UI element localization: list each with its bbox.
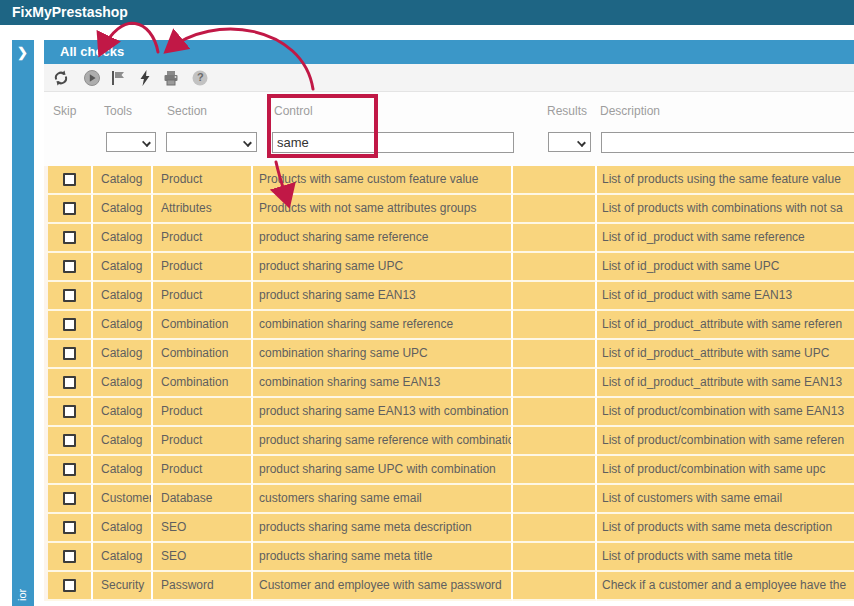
table-row: CatalogProductproduct sharing same refer…: [44, 224, 854, 253]
all-checks-panel: All checks: [44, 40, 854, 606]
skip-checkbox[interactable]: [63, 521, 76, 534]
section-cell: SEO: [153, 514, 253, 543]
tools-cell: Catalog: [93, 253, 153, 282]
tools-cell: Catalog: [93, 398, 153, 427]
description-filter-input[interactable]: [601, 132, 854, 153]
skip-cell: [44, 224, 93, 253]
skip-checkbox[interactable]: [63, 289, 76, 302]
sidebar-vertical-text: ior: [16, 589, 28, 601]
results-filter-select[interactable]: [548, 132, 591, 152]
app-title: FixMyPrestashop: [12, 4, 128, 20]
skip-cell: [44, 311, 93, 340]
table-row: CatalogProductproduct sharing same UPCLi…: [44, 253, 854, 282]
skip-checkbox[interactable]: [63, 492, 76, 505]
section-cell: Attributes: [153, 195, 253, 224]
skip-checkbox[interactable]: [63, 579, 76, 592]
table-header: Skip Tools Section Control Results Descr…: [44, 92, 854, 166]
description-cell: List of id_product_attribute with same r…: [597, 311, 854, 340]
skip-cell: [44, 514, 93, 543]
tools-cell: Catalog: [93, 166, 153, 195]
description-cell: List of products with same meta descript…: [597, 514, 854, 543]
section-cell: Product: [153, 166, 253, 195]
control-cell: Products with not same attributes groups: [253, 195, 513, 224]
results-cell: [513, 311, 597, 340]
refresh-icon[interactable]: [52, 69, 70, 87]
tools-cell: Catalog: [93, 514, 153, 543]
skip-cell: [44, 253, 93, 282]
section-cell: Database: [153, 485, 253, 514]
skip-checkbox[interactable]: [63, 347, 76, 360]
app-title-bar: FixMyPrestashop: [0, 0, 854, 25]
results-cell: [513, 369, 597, 398]
tools-cell: Catalog: [93, 224, 153, 253]
table-row: CatalogProductproduct sharing same EAN13…: [44, 398, 854, 427]
control-cell: Customer and employee with same password: [253, 572, 513, 601]
control-cell: product sharing same EAN13 with combinat…: [253, 398, 513, 427]
flag-icon[interactable]: [109, 69, 127, 87]
help-icon[interactable]: ?: [191, 69, 209, 87]
tools-cell: Catalog: [93, 427, 153, 456]
skip-checkbox[interactable]: [63, 434, 76, 447]
results-cell: [513, 282, 597, 311]
run-icon[interactable]: [83, 69, 101, 87]
control-cell: product sharing same UPC: [253, 253, 513, 282]
section-cell: Password: [153, 572, 253, 601]
results-cell: [513, 456, 597, 485]
tools-cell: Catalog: [93, 340, 153, 369]
skip-checkbox[interactable]: [63, 260, 76, 273]
chevron-down-icon: [142, 138, 151, 147]
table-row: CatalogCombinationcombination sharing sa…: [44, 369, 854, 398]
description-cell: List of products with combinations with …: [597, 195, 854, 224]
results-cell: [513, 195, 597, 224]
skip-cell: [44, 340, 93, 369]
sidebar-expand-chevron-icon[interactable]: ❯: [17, 45, 28, 60]
col-header-tools: Tools: [104, 104, 132, 118]
results-cell: [513, 340, 597, 369]
control-cell: product sharing same reference: [253, 224, 513, 253]
description-cell: List of product/combination with same re…: [597, 427, 854, 456]
skip-cell: [44, 369, 93, 398]
skip-cell: [44, 195, 93, 224]
tools-cell: Catalog: [93, 311, 153, 340]
skip-checkbox[interactable]: [63, 405, 76, 418]
description-cell: Check if a customer and a employee have …: [597, 572, 854, 601]
skip-checkbox[interactable]: [63, 318, 76, 331]
skip-cell: [44, 572, 93, 601]
skip-cell: [44, 282, 93, 311]
control-cell: product sharing same EAN13: [253, 282, 513, 311]
skip-checkbox[interactable]: [63, 202, 76, 215]
section-cell: SEO: [153, 543, 253, 572]
skip-checkbox[interactable]: [63, 463, 76, 476]
section-filter-select[interactable]: [166, 132, 257, 152]
tools-cell: Catalog: [93, 543, 153, 572]
print-icon[interactable]: [162, 69, 180, 87]
section-cell: Product: [153, 253, 253, 282]
skip-cell: [44, 398, 93, 427]
chevron-down-icon: [577, 138, 586, 147]
results-cell: [513, 485, 597, 514]
description-cell: List of id_product with same reference: [597, 224, 854, 253]
tools-cell: Catalog: [93, 369, 153, 398]
skip-checkbox[interactable]: [63, 376, 76, 389]
skip-checkbox[interactable]: [63, 550, 76, 563]
sidebar: ❯ ior: [12, 40, 34, 606]
section-cell: Combination: [153, 340, 253, 369]
control-filter-input[interactable]: [272, 132, 514, 153]
section-cell: Combination: [153, 311, 253, 340]
table-body: CatalogProductProducts with same custom …: [44, 166, 854, 601]
toolbar: ?: [44, 64, 854, 92]
skip-checkbox[interactable]: [63, 173, 76, 186]
skip-cell: [44, 543, 93, 572]
description-cell: List of id_product_attribute with same U…: [597, 340, 854, 369]
fix-lightning-icon[interactable]: [136, 69, 154, 87]
results-cell: [513, 224, 597, 253]
control-cell: combination sharing same UPC: [253, 340, 513, 369]
control-cell: products sharing same meta description: [253, 514, 513, 543]
tools-filter-select[interactable]: [106, 132, 156, 152]
results-cell: [513, 572, 597, 601]
tools-cell: Catalog: [93, 195, 153, 224]
table-row: CatalogSEOproducts sharing same meta des…: [44, 514, 854, 543]
control-cell: product sharing same reference with comb…: [253, 427, 513, 456]
table-row: CatalogCombinationcombination sharing sa…: [44, 311, 854, 340]
skip-checkbox[interactable]: [63, 231, 76, 244]
